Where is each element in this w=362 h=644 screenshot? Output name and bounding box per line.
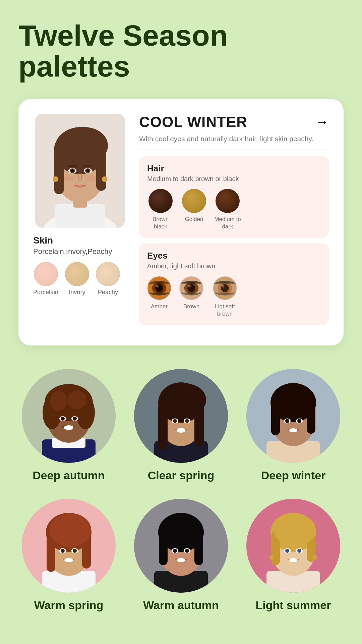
svg-rect-89 bbox=[159, 532, 168, 565]
profiles-row-1: Deep autumn bbox=[18, 369, 344, 482]
svg-point-17 bbox=[64, 175, 73, 181]
season-card: Skin Porcelain,Invory,Peachy Porcelain I… bbox=[18, 99, 344, 345]
eyes-title: Eyes bbox=[147, 251, 321, 261]
profile-circle-deep-winter bbox=[246, 369, 340, 463]
svg-point-30 bbox=[222, 285, 224, 288]
svg-point-11 bbox=[71, 169, 74, 172]
svg-point-78 bbox=[50, 513, 91, 547]
profile-light-summer[interactable]: Light summer bbox=[243, 499, 344, 612]
svg-point-109 bbox=[297, 549, 301, 553]
profile-clear-spring[interactable]: Clear spring bbox=[131, 369, 231, 482]
svg-point-95 bbox=[177, 558, 185, 562]
hair-title: Hair bbox=[147, 163, 321, 174]
eyes-box: Eyes Amber, light soft brown bbox=[139, 243, 329, 325]
svg-point-14 bbox=[86, 169, 89, 172]
profile-circle-light-summer bbox=[246, 499, 340, 593]
hair-box: Hair Medium to dark brown or black Brown… bbox=[139, 156, 329, 238]
skin-label-peachy: Peachy bbox=[98, 289, 118, 296]
profile-name-deep-autumn: Deep autumn bbox=[33, 469, 105, 482]
eye-swatch-amber: Amber bbox=[147, 276, 171, 310]
hair-label-golden: Golden bbox=[185, 216, 203, 223]
skin-title: Skin bbox=[33, 235, 53, 246]
svg-rect-64 bbox=[271, 402, 280, 435]
profile-circle-warm-autumn bbox=[134, 499, 228, 593]
portrait-image bbox=[35, 114, 125, 228]
eye-label-softbrown: Ligt soft brown bbox=[212, 303, 238, 318]
hair-label-brownblack: Brown black bbox=[147, 216, 174, 230]
skin-label-ivory: Invory bbox=[69, 289, 85, 296]
hair-circle-golden bbox=[182, 189, 206, 213]
hair-swatches: Brown black Golden Medium to dark bbox=[147, 189, 321, 230]
svg-point-42 bbox=[61, 417, 65, 421]
eye-swatch-softbrown: Ligt soft brown bbox=[212, 276, 238, 318]
svg-point-16 bbox=[102, 176, 107, 182]
svg-point-110 bbox=[289, 558, 297, 562]
svg-point-45 bbox=[64, 425, 73, 430]
svg-point-82 bbox=[73, 549, 77, 553]
svg-point-70 bbox=[289, 428, 297, 432]
svg-rect-6 bbox=[54, 151, 64, 194]
svg-point-103 bbox=[274, 514, 316, 546]
profiles-row-2: Warm spring bbox=[18, 499, 344, 612]
hair-circle-mediumdark bbox=[216, 189, 240, 213]
svg-point-83 bbox=[64, 558, 73, 562]
svg-point-39 bbox=[50, 391, 67, 411]
arrow-icon[interactable]: → bbox=[315, 114, 329, 129]
season-name: COOL WINTER bbox=[139, 114, 247, 130]
page-title: Twelve Season palettes bbox=[18, 20, 344, 82]
svg-point-18 bbox=[87, 175, 97, 181]
profile-warm-autumn[interactable]: Warm autumn bbox=[131, 499, 231, 612]
card-left: Skin Porcelain,Invory,Peachy Porcelain I… bbox=[33, 114, 127, 331]
divider bbox=[139, 150, 329, 150]
skin-swatch-ivory: Invory bbox=[65, 262, 89, 296]
eye-label-amber: Amber bbox=[151, 303, 168, 310]
page-wrapper: Twelve Season palettes bbox=[0, 0, 362, 644]
eye-label-brown: Brown bbox=[183, 303, 199, 310]
profile-deep-winter[interactable]: Deep winter bbox=[243, 369, 344, 482]
svg-point-105 bbox=[312, 555, 317, 560]
svg-point-8 bbox=[61, 127, 108, 164]
hair-swatch-brownblack: Brown black bbox=[147, 189, 174, 230]
hair-swatch-mediumdark: Medium to dark bbox=[214, 189, 241, 230]
svg-point-92 bbox=[173, 549, 177, 553]
season-header: COOL WINTER → bbox=[139, 114, 329, 130]
profile-name-warm-spring: Warm spring bbox=[34, 599, 104, 612]
skin-label-porcelain: Porcelain bbox=[33, 289, 58, 296]
hair-swatch-golden: Golden bbox=[182, 189, 206, 223]
svg-point-67 bbox=[285, 419, 289, 423]
eye-swatch-brown: Brown bbox=[179, 276, 203, 310]
svg-point-15 bbox=[53, 176, 58, 182]
eyes-subtitle: Amber, light soft brown bbox=[147, 262, 321, 270]
hair-label-mediumdark: Medium to dark bbox=[214, 216, 241, 230]
svg-point-44 bbox=[73, 417, 77, 421]
svg-point-22 bbox=[156, 285, 159, 288]
hair-circle-brownblack bbox=[148, 189, 173, 213]
skin-circle-ivory bbox=[65, 262, 89, 286]
hair-subtitle: Medium to dark brown or black bbox=[147, 175, 321, 183]
skin-swatch-peachy: Peachy bbox=[96, 262, 120, 296]
eyes-swatches: Amber Br bbox=[147, 276, 321, 318]
skin-swatch-porcelain: Porcelain bbox=[33, 262, 58, 296]
svg-point-58 bbox=[177, 428, 185, 433]
profile-name-light-summer: Light summer bbox=[256, 599, 331, 612]
svg-point-57 bbox=[185, 419, 189, 423]
svg-point-104 bbox=[269, 555, 274, 560]
profile-name-clear-spring: Clear spring bbox=[148, 469, 214, 482]
profile-circle-warm-spring bbox=[22, 499, 116, 593]
svg-point-69 bbox=[297, 419, 301, 423]
profile-circle-deep-autumn bbox=[22, 369, 116, 463]
profile-warm-spring[interactable]: Warm spring bbox=[18, 499, 119, 612]
profile-name-warm-autumn: Warm autumn bbox=[143, 599, 219, 612]
svg-point-53 bbox=[166, 384, 206, 416]
card-right: COOL WINTER → With cool eyes and natural… bbox=[139, 114, 329, 331]
svg-point-94 bbox=[185, 549, 189, 553]
skin-swatches: Porcelain Invory Peachy bbox=[33, 262, 120, 296]
profile-name-deep-winter: Deep winter bbox=[261, 469, 326, 482]
svg-rect-2 bbox=[55, 204, 105, 228]
eye-circle-softbrown bbox=[213, 276, 237, 300]
profile-deep-autumn[interactable]: Deep autumn bbox=[18, 369, 119, 482]
skin-circle-porcelain bbox=[34, 262, 58, 286]
season-description: With cool eyes and naturally dark hair, … bbox=[139, 134, 329, 144]
svg-rect-90 bbox=[194, 532, 203, 565]
profile-circle-clear-spring bbox=[134, 369, 228, 463]
